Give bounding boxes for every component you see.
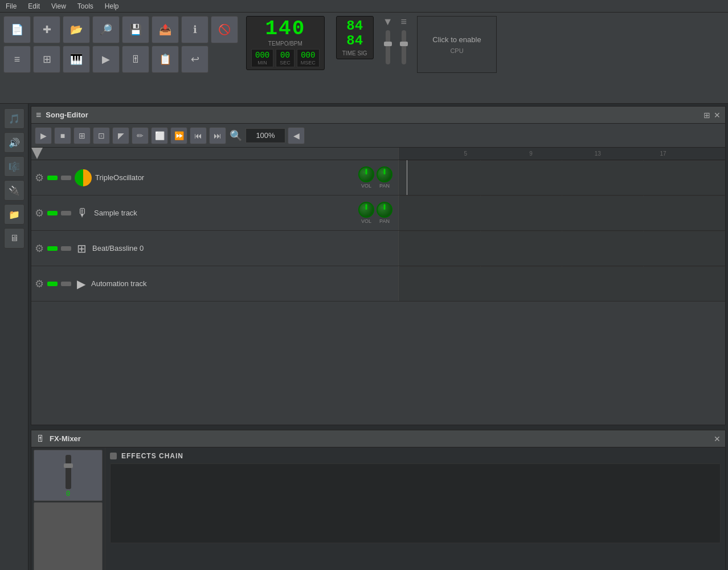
track-gear-automation[interactable]: ⚙ (35, 278, 44, 290)
track-led-gray-oscillator[interactable] (61, 176, 71, 180)
draw-button[interactable]: ✏ (132, 127, 149, 144)
zoom-arrow-button[interactable]: ◀ (288, 127, 305, 144)
grid-cell[interactable] (664, 231, 685, 231)
grid-cell[interactable] (664, 160, 685, 161)
grid-cell[interactable] (685, 266, 705, 267)
pitch-slider-track[interactable] (402, 30, 406, 64)
grid-cell[interactable] (399, 231, 420, 231)
volume-slider-thumb[interactable] (384, 42, 392, 46)
grid-cell[interactable] (420, 160, 440, 161)
fx-channel-scrollbar[interactable] (34, 502, 103, 570)
grid-cell[interactable] (583, 196, 603, 196)
grid-cell[interactable] (685, 160, 705, 161)
menu-edit[interactable]: Edit (26, 2, 42, 10)
piano-roll-button[interactable]: 🎹 (63, 46, 90, 73)
grid-cell[interactable] (542, 196, 562, 196)
grid-cell[interactable] (583, 160, 603, 161)
record-steps-button[interactable]: ◤ (112, 127, 129, 144)
track-name-sample[interactable]: Sample track (94, 209, 355, 217)
grid-cell[interactable] (603, 196, 624, 196)
grid-cell[interactable] (481, 196, 501, 196)
grid-cell[interactable] (522, 160, 542, 161)
track-led-green-sample[interactable] (47, 211, 58, 215)
grid-cell[interactable] (501, 196, 522, 196)
grid-cell[interactable] (440, 231, 461, 231)
grid-cell[interactable] (440, 266, 461, 267)
grid-cell[interactable] (501, 231, 522, 231)
grid-cell[interactable] (705, 196, 725, 196)
track-grid-sample[interactable] (399, 196, 725, 230)
fx-mixer-close[interactable]: ✕ (714, 434, 721, 443)
grid-cell[interactable] (583, 266, 603, 267)
grid-cell[interactable] (644, 160, 664, 161)
pitch-slider-thumb[interactable] (400, 42, 408, 46)
menu-file[interactable]: File (3, 2, 19, 10)
track-gear-beat[interactable]: ⚙ (35, 242, 44, 255)
grid-cell[interactable] (399, 196, 420, 196)
no-export-button[interactable]: 🚫 (211, 16, 238, 43)
sidebar-icon-visualizer[interactable]: 🖥 (4, 228, 24, 249)
open-button[interactable]: 📂 (63, 16, 90, 43)
grid-cell[interactable] (562, 196, 583, 196)
track-led-gray-sample[interactable] (61, 211, 71, 215)
grid-cell[interactable] (705, 266, 725, 267)
timesig-top[interactable]: 84 (346, 19, 363, 34)
grid-cell[interactable] (623, 266, 644, 267)
grid-cell[interactable] (623, 231, 644, 231)
tempo-value[interactable]: 140 (265, 19, 305, 39)
track-led-green-oscillator[interactable] (47, 176, 58, 180)
track-led-green-automation[interactable] (47, 282, 58, 286)
grid-cell[interactable] (685, 196, 705, 196)
menu-help[interactable]: Help (103, 2, 121, 10)
save-button[interactable]: 💾 (122, 16, 149, 43)
effects-chain-led[interactable] (110, 453, 117, 459)
grid-cell[interactable] (481, 160, 501, 161)
track-led-gray-beat[interactable] (61, 246, 71, 251)
ruler-right[interactable]: 5 9 13 17 (399, 148, 725, 160)
grid-cell[interactable] (542, 160, 562, 161)
fx-fader-0[interactable] (66, 455, 71, 489)
track-grid-automation[interactable] (399, 266, 725, 301)
grid-cell[interactable] (420, 266, 440, 267)
search-button[interactable]: 🔎 (92, 16, 120, 43)
grid-cell[interactable] (705, 160, 725, 161)
fx-fader-thumb-0[interactable] (64, 463, 73, 468)
add-button[interactable]: ✚ (33, 16, 60, 43)
grid-cell[interactable] (562, 266, 583, 267)
loop-end-button[interactable]: ⏭ (209, 127, 226, 144)
info-button[interactable]: ℹ (181, 16, 208, 43)
song-editor-maximize[interactable]: ⊞ (704, 111, 710, 120)
playhead-marker[interactable] (31, 148, 43, 159)
grid-cell[interactable] (460, 266, 481, 267)
menu-tools[interactable]: Tools (75, 2, 96, 10)
play-button[interactable]: ▶ (35, 127, 52, 144)
grid-cell[interactable] (440, 160, 461, 161)
cpu-section[interactable]: Click to enable CPU (417, 16, 497, 73)
vol-knob-sample-knob[interactable] (358, 202, 374, 218)
forward-button[interactable]: ⏩ (170, 127, 187, 144)
sidebar-icon-instruments[interactable]: 🎵 (4, 108, 24, 129)
sidebar-icon-midi[interactable]: 🎼 (4, 156, 24, 177)
fx-mixer-icon[interactable]: 🎚 (36, 434, 45, 444)
song-editor-button[interactable]: ≡ (3, 46, 31, 73)
loop-start-button[interactable]: ⏮ (190, 127, 207, 144)
track-grid-oscillator[interactable] (399, 160, 725, 195)
beat-editor-button[interactable]: ⊞ (33, 46, 60, 73)
zoom-display[interactable]: 100% (246, 128, 285, 143)
grid-cell[interactable] (501, 160, 522, 161)
grid-cell[interactable] (603, 160, 624, 161)
volume-slider-track[interactable] (386, 30, 390, 64)
grid-cell[interactable] (440, 196, 461, 196)
export-button[interactable]: 📤 (152, 16, 179, 43)
sidebar-icon-projects[interactable]: 📁 (4, 204, 24, 225)
grid-cell[interactable] (685, 231, 705, 231)
grid-cell[interactable] (399, 266, 420, 267)
grid-cell[interactable] (664, 266, 685, 267)
grid-cell[interactable] (542, 266, 562, 267)
timesig-bottom[interactable]: 84 (346, 34, 363, 48)
grid-cell[interactable] (623, 196, 644, 196)
mixer-button[interactable]: 🎚 (122, 46, 149, 73)
grid-cell[interactable] (460, 160, 481, 161)
grid-cell[interactable] (420, 231, 440, 231)
grid-cell[interactable] (664, 196, 685, 196)
